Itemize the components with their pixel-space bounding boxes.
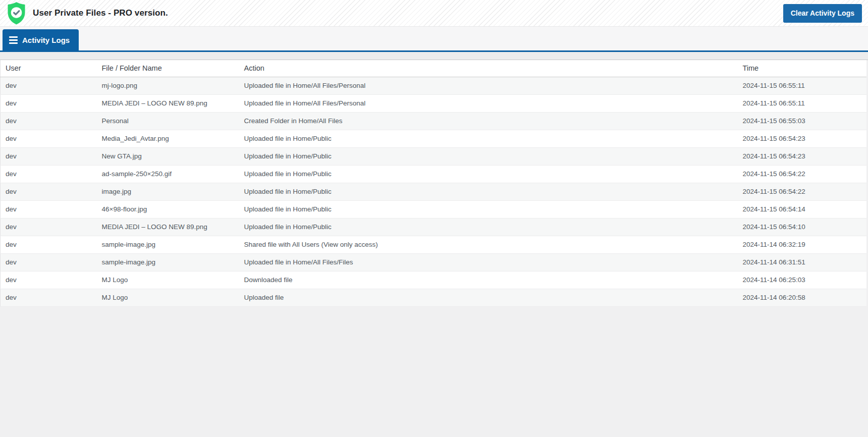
cell-action: Uploaded file in Home/Public	[239, 147, 738, 165]
cell-action: Uploaded file in Home/Public	[239, 165, 738, 183]
cell-time: 2024-11-15 06:54:10	[738, 218, 867, 236]
cell-file: sample-image.jpg	[97, 253, 239, 271]
spacer-band	[0, 52, 868, 60]
cell-file: sample-image.jpg	[97, 236, 239, 253]
shield-check-icon	[5, 2, 28, 25]
cell-time: 2024-11-15 06:55:11	[738, 94, 867, 112]
table-row: devsample-image.jpgUploaded file in Home…	[1, 253, 867, 271]
cell-time: 2024-11-15 06:54:22	[738, 165, 867, 183]
cell-action: Uploaded file in Home/Public	[239, 130, 738, 147]
table-row: devMedia_Jedi_Avtar.pngUploaded file in …	[1, 130, 867, 147]
cell-action: Created Folder in Home/All Files	[239, 112, 738, 130]
cell-time: 2024-11-15 06:54:22	[738, 183, 867, 200]
cell-action: Uploaded file	[239, 289, 738, 306]
cell-time: 2024-11-14 06:31:51	[738, 253, 867, 271]
table-row: devmj-logo.pngUploaded file in Home/All …	[1, 77, 867, 94]
cell-time: 2024-11-14 06:20:58	[738, 289, 867, 306]
column-header-time: Time	[738, 60, 867, 77]
cell-time: 2024-11-15 06:55:03	[738, 112, 867, 130]
tab-activity-logs[interactable]: Activity Logs	[3, 29, 79, 50]
activity-logs-page: User Private Files - PRO version. Clear …	[0, 0, 868, 307]
cell-action: Uploaded file in Home/Public	[239, 183, 738, 200]
cell-file: MJ Logo	[97, 271, 239, 289]
cell-user: dev	[1, 165, 97, 183]
cell-user: dev	[1, 147, 97, 165]
cell-file: MJ Logo	[97, 289, 239, 306]
cell-time: 2024-11-15 06:54:23	[738, 147, 867, 165]
cell-time: 2024-11-15 06:54:14	[738, 200, 867, 218]
cell-file: MEDIA JEDI – LOGO NEW 89.png	[97, 218, 239, 236]
cell-user: dev	[1, 200, 97, 218]
cell-file: image.jpg	[97, 183, 239, 200]
cell-action: Uploaded file in Home/All Files/Files	[239, 253, 738, 271]
table-row: devMJ LogoDownloaded file2024-11-14 06:2…	[1, 271, 867, 289]
cell-file: New GTA.jpg	[97, 147, 239, 165]
table-row: devMEDIA JEDI – LOGO NEW 89.pngUploaded …	[1, 94, 867, 112]
activity-logs-table: User File / Folder Name Action Time devm…	[0, 60, 866, 307]
brand: User Private Files - PRO version.	[5, 2, 168, 25]
cell-user: dev	[1, 253, 97, 271]
cell-file: Media_Jedi_Avtar.png	[97, 130, 239, 147]
column-header-file: File / Folder Name	[97, 60, 239, 77]
cell-time: 2024-11-14 06:32:19	[738, 236, 867, 253]
cell-file: Personal	[97, 112, 239, 130]
cell-action: Uploaded file in Home/Public	[239, 218, 738, 236]
table-row: devsample-image.jpgShared file with All …	[1, 236, 867, 253]
cell-user: dev	[1, 183, 97, 200]
cell-user: dev	[1, 236, 97, 253]
cell-user: dev	[1, 77, 97, 94]
table-row: devad-sample-250×250.gifUploaded file in…	[1, 165, 867, 183]
cell-action: Shared file with All Users (View only ac…	[239, 236, 738, 253]
cell-time: 2024-11-15 06:54:23	[738, 130, 867, 147]
table-row: dev46×98-floor.jpgUploaded file in Home/…	[1, 200, 867, 218]
cell-action: Uploaded file in Home/All Files/Personal	[239, 94, 738, 112]
table-row: devimage.jpgUploaded file in Home/Public…	[1, 183, 867, 200]
plugin-header: User Private Files - PRO version. Clear …	[0, 0, 868, 27]
table-row: devMEDIA JEDI – LOGO NEW 89.pngUploaded …	[1, 218, 867, 236]
main-content: User File / Folder Name Action Time devm…	[0, 60, 868, 307]
cell-time: 2024-11-14 06:25:03	[738, 271, 867, 289]
clear-activity-logs-button[interactable]: Clear Activity Logs	[783, 4, 862, 23]
table-row: devNew GTA.jpgUploaded file in Home/Publ…	[1, 147, 867, 165]
cell-user: dev	[1, 289, 97, 306]
cell-user: dev	[1, 271, 97, 289]
table-row: devMJ LogoUploaded file2024-11-14 06:20:…	[1, 289, 867, 306]
cell-user: dev	[1, 218, 97, 236]
cell-file: ad-sample-250×250.gif	[97, 165, 239, 183]
cell-user: dev	[1, 130, 97, 147]
tab-bar: Activity Logs	[0, 27, 868, 50]
cell-file: 46×98-floor.jpg	[97, 200, 239, 218]
hamburger-menu-icon	[9, 35, 18, 45]
cell-user: dev	[1, 112, 97, 130]
cell-action: Uploaded file in Home/Public	[239, 200, 738, 218]
tab-label: Activity Logs	[22, 36, 70, 44]
table-row: devPersonalCreated Folder in Home/All Fi…	[1, 112, 867, 130]
column-header-action: Action	[239, 60, 738, 77]
page-title: User Private Files - PRO version.	[33, 8, 168, 18]
column-header-user: User	[1, 60, 97, 77]
cell-time: 2024-11-15 06:55:11	[738, 77, 867, 94]
cell-user: dev	[1, 94, 97, 112]
cell-action: Uploaded file in Home/All Files/Personal	[239, 77, 738, 94]
table-header-row: User File / Folder Name Action Time	[1, 60, 867, 77]
cell-action: Downloaded file	[239, 271, 738, 289]
cell-file: MEDIA JEDI – LOGO NEW 89.png	[97, 94, 239, 112]
cell-file: mj-logo.png	[97, 77, 239, 94]
